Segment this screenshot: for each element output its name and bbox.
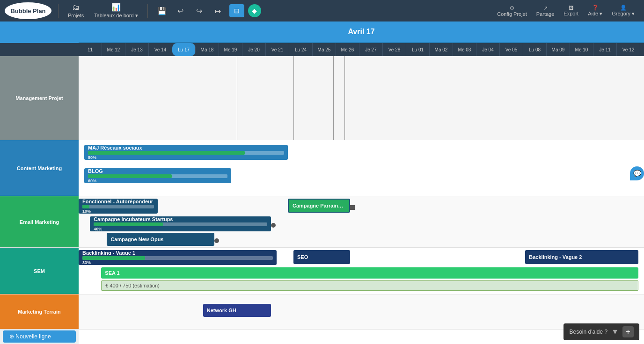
connector-line-2 (293, 56, 294, 140)
bar-label: SEA 1 (105, 270, 635, 276)
help-plus-button[interactable]: + (622, 326, 634, 337)
user-button[interactable]: 👤 Grégory ▾ (609, 5, 637, 17)
undo-button[interactable]: ↩ (173, 4, 188, 17)
label-content: Content Marketing (0, 140, 79, 196)
date-cell: Je 04 (476, 43, 500, 56)
center-controls: 💾 ↩ ↪ ↦ ⊟ ◆ (154, 4, 261, 17)
diamond-button[interactable]: ◆ (248, 4, 261, 17)
progress-container (94, 222, 267, 226)
date-cell: Ve 28 (383, 43, 406, 56)
bar-label: Network GH (207, 308, 267, 313)
nav-divider-2 (147, 4, 148, 18)
bar-sea1[interactable]: SEA 1 (101, 267, 638, 279)
bar-label: Backlinking - Vague 2 (529, 254, 635, 260)
date-cell: Ve 21 (266, 43, 289, 56)
progress-text: 60% (88, 179, 227, 183)
view-toggle-button[interactable]: ⊟ (229, 4, 244, 17)
top-nav: Bubble Plan 🗂 Projets 📊 Tableaux de bord… (0, 0, 644, 22)
date-cell: Je 20 (242, 43, 266, 56)
bar-network-gh[interactable]: Network GH (203, 304, 271, 317)
dates-row: 11 Me 12 Je 13 Ve 14 Lu 17 Ma 18 Me 19 J… (79, 43, 644, 56)
date-cell: Me 12 (102, 43, 125, 56)
bar-label: MAJ Réseaux sociaux (88, 145, 284, 150)
config-button[interactable]: ⚙ Config Projet (494, 5, 530, 17)
date-cell: Ve 12 (617, 43, 640, 56)
date-cell: Me 19 (219, 43, 242, 56)
redo-button[interactable]: ↪ (192, 4, 207, 17)
milestone-dot-2 (271, 223, 276, 228)
connector-line-1 (237, 56, 237, 140)
chart-icon: 📊 (111, 3, 121, 12)
gantt-row-email: Fonctionnel - Autorépondeur 10% Campagne… (79, 196, 644, 248)
connector-line-4 (344, 56, 345, 140)
date-cell: Me 03 (453, 43, 476, 56)
label-marketing: Marketing Terrain (0, 294, 79, 330)
nav-right: ⚙ Config Projet ↗ Partage 🖼 Export ❓ Aid… (494, 5, 637, 17)
date-cell: Ve 05 (500, 43, 523, 56)
gantt-row-marketing: Network GH (79, 294, 644, 330)
bar-label: Backlinking - Vague 1 (82, 250, 273, 255)
label-sem: SEM (0, 248, 79, 294)
arrow-button[interactable]: ↦ (211, 4, 226, 17)
date-cell: Je 11 (593, 43, 617, 56)
progress-container (88, 151, 284, 155)
milestone-dot (350, 205, 355, 210)
label-month-placeholder (0, 22, 79, 43)
gear-icon: ⚙ (510, 5, 514, 11)
gantt-row-sem: Backlinking - Vague 1 33% SEO Backlinkin… (79, 248, 644, 294)
export-button[interactable]: 🖼 Export (561, 5, 581, 16)
nav-tableaux[interactable]: 📊 Tableaux de bord ▾ (91, 3, 140, 19)
bar-backlinking-2[interactable]: Backlinking - Vague 2 (525, 250, 638, 264)
label-dates-placeholder (0, 43, 79, 56)
progress-container (82, 256, 273, 260)
view-icon: ⊟ (234, 7, 240, 14)
app-logo[interactable]: Bubble Plan (5, 2, 51, 19)
progress-fill (88, 151, 245, 155)
label-management: Management Projet (0, 56, 79, 140)
partage-button[interactable]: ↗ Partage (534, 5, 557, 17)
diamond-icon: ◆ (252, 7, 257, 14)
date-cell: Me 26 (336, 43, 359, 56)
date-cell: Je 27 (359, 43, 383, 56)
progress-text: 80% (88, 155, 284, 160)
date-cell: Ma 09 (547, 43, 570, 56)
date-cell: Lu 01 (406, 43, 430, 56)
date-cell: 11 (79, 43, 102, 56)
month-header: Avril 17 (79, 22, 644, 43)
nav-projets[interactable]: 🗂 Projets (65, 3, 87, 18)
main-container: Management Projet Content Marketing Emai… (0, 22, 644, 344)
date-cell: Me 10 (570, 43, 593, 56)
save-button[interactable]: 💾 (154, 4, 169, 17)
bar-incubateurs[interactable]: Campagne Incubateurs Startups 40% (90, 216, 271, 231)
bar-label: Fonctionnel - Autorépondeur (82, 199, 154, 204)
bar-autorepondeur[interactable]: Fonctionnel - Autorépondeur 10% (79, 199, 158, 214)
label-email: Email Marketing (0, 196, 79, 248)
bar-parrainage[interactable]: Campagne Parrainage (288, 199, 350, 213)
bar-seo[interactable]: SEO (293, 250, 350, 264)
progress-container (82, 205, 154, 208)
new-line-button[interactable]: ⊕ Nouvelle ligne (3, 330, 76, 343)
bar-maj-reseaux[interactable]: MAJ Réseaux sociaux 80% (84, 145, 288, 160)
progress-text: 33% (82, 260, 273, 265)
folder-icon: 🗂 (72, 3, 80, 12)
bar-label: Campagne Incubateurs Startups (94, 216, 267, 222)
gantt-area: Avril 17 11 Me 12 Je 13 Ve 14 Lu 17 Ma 1… (79, 22, 644, 344)
bar-label: Campagne Parrainage (293, 203, 345, 208)
bar-label: Campagne New Opus (110, 236, 211, 242)
gantt-row-content: MAJ Réseaux sociaux 80% BLOG 60% (79, 140, 644, 196)
bar-new-opus[interactable]: Campagne New Opus (107, 233, 214, 246)
date-cell: Lu 08 (523, 43, 547, 56)
comment-bubble[interactable]: 💬 (630, 166, 644, 180)
aide-button[interactable]: ❓ Aide ▾ (585, 5, 605, 17)
progress-fill (88, 174, 172, 178)
share-icon: ↗ (543, 5, 548, 11)
date-cell: Je 13 (125, 43, 149, 56)
help-widget[interactable]: Besoin d'aide ? ▼ + (564, 323, 639, 340)
gantt-rows: MAJ Réseaux sociaux 80% BLOG 60% (79, 56, 644, 330)
bar-blog[interactable]: BLOG 60% (84, 168, 231, 183)
date-cell: Lu (640, 43, 644, 56)
budget-bar: € 400 / 750 (estimation) (101, 280, 638, 291)
bar-backlinking-1[interactable]: Backlinking - Vague 1 33% (79, 250, 277, 265)
nav-divider-1 (58, 4, 59, 18)
help-icon: ❓ (592, 5, 599, 11)
